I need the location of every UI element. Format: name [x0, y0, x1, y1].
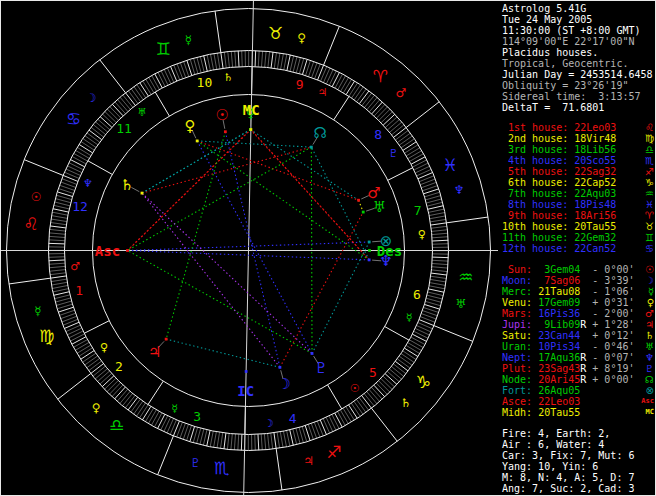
aspect-line-opp — [197, 141, 312, 354]
degree-tick — [64, 172, 79, 178]
degree-tick — [281, 54, 284, 70]
degree-tick — [112, 385, 123, 397]
degree-tick — [105, 378, 117, 389]
house-ruler-icon: ♆ — [83, 177, 93, 190]
degree-tick — [403, 351, 416, 360]
degree-tick — [283, 431, 286, 447]
degree-tick — [392, 125, 404, 135]
degree-tick — [83, 139, 96, 148]
degree-tick — [167, 419, 174, 434]
degree-tick — [51, 279, 67, 281]
angle-label-des: Des — [377, 243, 402, 259]
text-segment: 9Lib09 — [538, 319, 580, 330]
degree-tick — [164, 69, 171, 84]
element-stats: Fire: 4, Earth: 2,Air : 6, Water: 4Car: … — [502, 428, 654, 496]
planet-glyph-moon: ☽ — [278, 375, 291, 393]
degree-tick — [234, 434, 235, 450]
degree-tick — [85, 356, 98, 365]
text-segment: 22Sag32 — [574, 166, 616, 177]
degree-tick — [403, 142, 416, 151]
text-segment: Fire: 4, Earth: 2, — [502, 428, 610, 439]
house-cusp-line — [88, 161, 112, 175]
degree-tick — [203, 430, 207, 446]
degree-tick — [258, 51, 259, 67]
degree-tick — [125, 395, 135, 408]
degree-tick — [207, 55, 210, 71]
sign-glyph-cancer: ♋ — [66, 109, 81, 129]
degree-tick — [197, 57, 201, 72]
text-segment: 5th house: — [502, 166, 574, 177]
house-row: 2nd house: 18Vir48♍ — [502, 133, 654, 144]
degree-tick — [397, 133, 410, 142]
house-number-11: 11 — [116, 121, 132, 136]
degree-tick — [277, 53, 280, 69]
degree-tick — [326, 417, 333, 432]
wheel-svg: ♈♂♉♀♊☿♋☽♌☉♍☿♎♀♏♇♐♃♑♄♒♅♓♆1♂2♀3☿4☽5☉6☿7♀8♇… — [1, 1, 498, 495]
degree-tick — [158, 72, 165, 86]
degree-tick — [335, 74, 343, 88]
text-segment: - 0°00' — [586, 264, 634, 275]
chart-wheel: ♈♂♉♀♊☿♋☽♌☉♍☿♎♀♏♇♐♃♑♄♒♅♓♆1♂2♀3☿4☽5☉6☿7♀8♇… — [1, 1, 498, 495]
degree-tick — [155, 74, 162, 88]
degree-tick — [63, 319, 78, 325]
sign-ruler-icon: ♀ — [297, 31, 306, 45]
planet-row: Nept: 17Aqu36R - 0°07'♆ — [502, 352, 654, 363]
degree-tick — [284, 54, 287, 70]
text-segment: 20Tau55 — [574, 221, 616, 232]
text-segment — [580, 407, 586, 418]
degree-tick — [417, 325, 432, 332]
degree-tick — [109, 383, 120, 394]
degree-tick — [399, 356, 412, 365]
degree-tick — [357, 399, 366, 412]
degree-tick — [128, 397, 138, 410]
sign-icon: ♐ — [645, 166, 654, 177]
degree-tick — [323, 419, 329, 434]
planet-glyph-jupiter: ♃ — [148, 343, 161, 361]
degree-tick — [383, 114, 395, 125]
degree-tick — [430, 219, 446, 221]
degree-tick — [413, 160, 427, 167]
degree-tick — [261, 434, 262, 450]
degree-tick — [77, 147, 91, 155]
plut-icon: ♇ — [645, 363, 654, 374]
degree-tick — [411, 337, 425, 345]
position-dot — [362, 211, 365, 214]
aspect-line-squ — [251, 130, 369, 260]
header-line: Placidus houses. — [502, 47, 654, 58]
planet-row: Node: 20Ari45R + 0°00'☊ — [502, 374, 654, 385]
degree-tick — [332, 415, 339, 429]
merc-icon: ☿ — [648, 286, 654, 297]
house-ruler-icon: ♄ — [223, 71, 233, 84]
degree-tick — [415, 328, 429, 335]
degree-tick — [264, 434, 265, 450]
sign-icon: ♍ — [645, 133, 654, 144]
aspect-line-sex — [197, 141, 311, 147]
degree-tick — [395, 361, 408, 371]
sign-ruler-icon: ♆ — [454, 183, 465, 197]
text-segment: 20Sco55 — [574, 155, 616, 166]
house-ruler-icon: ☿ — [406, 311, 413, 324]
house-ruler-icon: ♅ — [137, 106, 147, 119]
house-number-6: 6 — [413, 287, 421, 302]
degree-tick — [54, 295, 70, 299]
text-segment: 4th house: — [502, 155, 574, 166]
degree-tick — [69, 331, 83, 338]
text-segment: Ang: 7, Suc: 2, Cad: 3 — [502, 483, 634, 494]
degree-tick — [338, 412, 346, 426]
degree-tick — [404, 348, 418, 356]
planet-glyph-sun: ☉ — [215, 106, 228, 124]
degree-tick — [79, 144, 93, 152]
text-segment: Fort: — [502, 385, 538, 396]
text-segment: 17Gem09 — [538, 297, 580, 308]
degree-tick — [372, 387, 383, 399]
planet-row: Plut: 23Sag43R + 8°19'♇ — [502, 363, 654, 374]
header-line: Tropical, Geocentric. — [502, 58, 654, 69]
degree-tick — [167, 68, 173, 83]
degree-tick — [120, 391, 130, 403]
degree-tick — [117, 389, 128, 401]
text-segment: Tue 24 May 2005 — [502, 14, 592, 25]
degree-tick — [173, 421, 179, 436]
degree-tick — [131, 89, 140, 102]
degree-tick — [145, 408, 153, 422]
degree-tick — [91, 364, 104, 374]
